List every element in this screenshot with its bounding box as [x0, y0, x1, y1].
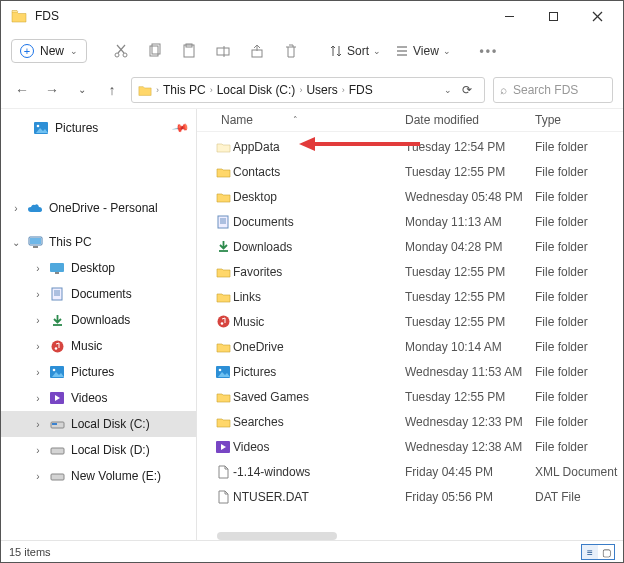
sidebar-item-label: Desktop: [71, 261, 115, 275]
chevron-down-icon: ⌄: [373, 46, 381, 56]
thumbnails-view-icon[interactable]: ▢: [598, 545, 614, 559]
table-row[interactable]: VideosWednesday 12:38 AMFile folder: [213, 434, 623, 459]
table-row[interactable]: LinksTuesday 12:55 PMFile folder: [213, 284, 623, 309]
details-view-icon[interactable]: ≡: [582, 545, 598, 559]
crumb[interactable]: FDS: [349, 83, 373, 97]
table-row[interactable]: -1.14-windowsFriday 04:45 PMXML Document: [213, 459, 623, 484]
up-button[interactable]: ↑: [101, 79, 123, 101]
table-row[interactable]: DocumentsMonday 11:13 AMFile folder: [213, 209, 623, 234]
paste-icon[interactable]: [175, 37, 203, 65]
copy-icon[interactable]: [141, 37, 169, 65]
folder-icon: [213, 291, 233, 303]
sidebar-item-local-disk-d[interactable]: ›Local Disk (D:): [1, 437, 196, 463]
chevron-down-icon[interactable]: ⌄: [71, 79, 93, 101]
view-button[interactable]: View ⌄: [391, 44, 455, 58]
sidebar-item-downloads[interactable]: ›Downloads: [1, 307, 196, 333]
maximize-button[interactable]: [531, 1, 575, 31]
videos-icon: [213, 441, 233, 453]
folder-icon: [213, 341, 233, 353]
delete-icon[interactable]: [277, 37, 305, 65]
svg-rect-22: [33, 246, 38, 248]
col-type[interactable]: Type: [535, 113, 613, 127]
breadcrumb[interactable]: › This PC › Local Disk (C:) › Users › FD…: [131, 77, 485, 103]
sidebar-item-music[interactable]: ›Music: [1, 333, 196, 359]
sidebar-item-label: Local Disk (C:): [71, 417, 150, 431]
sidebar-item-local-disk-c[interactable]: ›Local Disk (C:): [1, 411, 196, 437]
chevron-down-icon: ⌄: [70, 46, 78, 56]
table-row[interactable]: ContactsTuesday 12:55 PMFile folder: [213, 159, 623, 184]
horizontal-scrollbar[interactable]: [217, 532, 337, 540]
table-row[interactable]: MusicTuesday 12:55 PMFile folder: [213, 309, 623, 334]
sidebar-item-onedrive[interactable]: › OneDrive - Personal: [1, 195, 196, 221]
rename-icon[interactable]: [209, 37, 237, 65]
table-row[interactable]: DownloadsMonday 04:28 PMFile folder: [213, 234, 623, 259]
view-switcher[interactable]: ≡ ▢: [581, 544, 615, 560]
folder-icon: [213, 191, 233, 203]
back-button[interactable]: ←: [11, 79, 33, 101]
sort-button[interactable]: Sort ⌄: [325, 44, 385, 58]
table-row[interactable]: PicturesWednesday 11:53 AMFile folder: [213, 359, 623, 384]
sidebar-item-desktop[interactable]: ›Desktop: [1, 255, 196, 281]
file-name: Desktop: [233, 190, 405, 204]
file-name: Links: [233, 290, 405, 304]
sidebar-item-videos[interactable]: ›Videos: [1, 385, 196, 411]
pictures-icon: [49, 364, 65, 380]
crumb[interactable]: This PC: [163, 83, 206, 97]
crumb[interactable]: Local Disk (C:): [217, 83, 296, 97]
sidebar-item-pictures-2[interactable]: ›Pictures: [1, 359, 196, 385]
folder-icon: [213, 166, 233, 178]
svg-rect-1: [549, 12, 557, 20]
sidebar-item-pictures[interactable]: Pictures 📌: [1, 115, 196, 141]
refresh-button[interactable]: ⟳: [456, 83, 478, 97]
svg-point-47: [219, 368, 222, 371]
search-icon: ⌕: [500, 83, 507, 97]
folder-icon: [138, 84, 152, 95]
file-icon: [213, 490, 233, 504]
search-box[interactable]: ⌕: [493, 77, 613, 103]
forward-button[interactable]: →: [41, 79, 63, 101]
more-button[interactable]: •••: [475, 37, 503, 65]
column-headers[interactable]: Name˄ Date modified Type: [197, 109, 623, 132]
sidebar-item-thispc[interactable]: ⌄ This PC: [1, 229, 196, 255]
cut-icon[interactable]: [107, 37, 135, 65]
table-row[interactable]: Saved GamesTuesday 12:55 PMFile folder: [213, 384, 623, 409]
share-icon[interactable]: [243, 37, 271, 65]
minimize-button[interactable]: [487, 1, 531, 31]
table-row[interactable]: SearchesWednesday 12:33 PMFile folder: [213, 409, 623, 434]
sidebar-item-documents[interactable]: ›Documents: [1, 281, 196, 307]
table-row[interactable]: NTUSER.DATFriday 05:56 PMDAT File: [213, 484, 623, 509]
svg-point-30: [51, 340, 63, 352]
svg-point-45: [220, 322, 223, 325]
file-date: Wednesday 11:53 AM: [405, 365, 535, 379]
file-date: Monday 04:28 PM: [405, 240, 535, 254]
file-name: AppData: [233, 140, 405, 154]
sidebar-item-label: Pictures: [71, 365, 114, 379]
sidebar-item-label: This PC: [49, 235, 92, 249]
table-row[interactable]: DesktopWednesday 05:48 PMFile folder: [213, 184, 623, 209]
table-row[interactable]: OneDriveMonday 10:14 AMFile folder: [213, 334, 623, 359]
sidebar-item-new-volume-e[interactable]: ›New Volume (E:): [1, 463, 196, 489]
svg-point-33: [53, 369, 56, 372]
close-button[interactable]: [575, 1, 619, 31]
search-input[interactable]: [513, 83, 593, 97]
col-date[interactable]: Date modified: [405, 113, 535, 127]
file-type: XML Document: [535, 465, 623, 479]
svg-line-7: [117, 45, 124, 53]
crumb[interactable]: Users: [306, 83, 337, 97]
file-date: Wednesday 12:38 AM: [405, 440, 535, 454]
new-button[interactable]: + New ⌄: [11, 39, 87, 63]
file-date: Wednesday 05:48 PM: [405, 190, 535, 204]
music-icon: [49, 338, 65, 354]
svg-point-19: [37, 125, 40, 128]
svg-rect-39: [218, 216, 228, 228]
col-name[interactable]: Name: [221, 113, 253, 127]
file-name: Downloads: [233, 240, 405, 254]
file-type: File folder: [535, 290, 623, 304]
table-row[interactable]: AppDataTuesday 12:54 PMFile folder: [213, 134, 623, 159]
file-name: Pictures: [233, 365, 405, 379]
file-type: File folder: [535, 390, 623, 404]
table-row[interactable]: FavoritesTuesday 12:55 PMFile folder: [213, 259, 623, 284]
pc-icon: [27, 234, 43, 250]
status-bar: 15 items ≡ ▢: [1, 540, 623, 563]
chevron-down-icon[interactable]: ⌄: [444, 85, 452, 95]
